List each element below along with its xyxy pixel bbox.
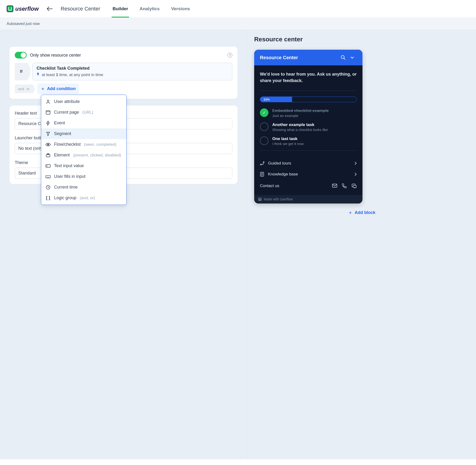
add-block-label: Add block bbox=[355, 210, 375, 215]
phone-icon[interactable] bbox=[342, 183, 347, 188]
task-circle-icon bbox=[260, 122, 268, 131]
dd-event[interactable]: Event bbox=[41, 118, 126, 128]
rc-contact-row: Contact us bbox=[260, 180, 357, 189]
svg-rect-3 bbox=[46, 155, 50, 157]
andor-tag[interactable]: and or bbox=[15, 85, 33, 93]
svg-rect-5 bbox=[46, 175, 50, 178]
check-icon: ✓ bbox=[260, 108, 268, 117]
search-icon[interactable] bbox=[339, 54, 348, 61]
tabs: Builder Analytics Versions bbox=[112, 0, 191, 17]
tab-versions[interactable]: Versions bbox=[170, 0, 191, 17]
route-icon bbox=[260, 161, 265, 165]
condition-type-dropdown: User attribute Current page (URL) Event … bbox=[41, 95, 127, 205]
if-tag: If bbox=[15, 63, 28, 80]
page-title: Resource Center bbox=[61, 6, 100, 12]
divider bbox=[260, 150, 357, 151]
svg-point-8 bbox=[260, 164, 261, 165]
dd-flow-checklist[interactable]: Flow/checklist (seen, completed) bbox=[41, 139, 126, 150]
visibility-toggle[interactable] bbox=[15, 52, 27, 58]
rc-footer[interactable]: Made with Userflow bbox=[254, 195, 363, 203]
task-title: Another example task bbox=[272, 122, 328, 127]
logo-icon bbox=[7, 5, 13, 12]
brand-logo[interactable]: userflow bbox=[7, 5, 39, 12]
dd-current-time[interactable]: Current time bbox=[41, 182, 126, 192]
rc-links: Guided tours Knowledge base Contact us bbox=[260, 157, 357, 189]
userflow-mark-icon bbox=[258, 197, 262, 201]
filter-icon bbox=[45, 132, 51, 136]
builder-panel: Only show resource center ? If Checklist… bbox=[0, 30, 247, 459]
svg-rect-4 bbox=[46, 165, 50, 167]
main: Only show resource center ? If Checklist… bbox=[0, 30, 476, 459]
visibility-card: Only show resource center ? If Checklist… bbox=[10, 47, 238, 99]
element-icon bbox=[45, 153, 51, 157]
bolt-icon bbox=[36, 72, 40, 76]
progress-fill: 33% bbox=[260, 97, 292, 102]
task-title: One last task bbox=[272, 137, 304, 141]
task-circle-icon bbox=[260, 137, 268, 145]
task-row[interactable]: One last task I think we get it now bbox=[260, 137, 357, 146]
svg-point-7 bbox=[341, 56, 344, 59]
svg-point-0 bbox=[47, 100, 49, 102]
add-condition-label: Add condition bbox=[47, 86, 76, 91]
andor-row: and or ＋ Add condition User attribute Cu… bbox=[15, 84, 232, 94]
rc-body: We'd love to hear from you. Ask us anyth… bbox=[254, 65, 363, 195]
add-block-button[interactable]: ＋ Add block bbox=[254, 210, 469, 215]
rc-footer-text: Made with Userflow bbox=[264, 197, 293, 201]
task-row[interactable]: Another example task Showing what a chec… bbox=[260, 122, 357, 132]
brand-name: userflow bbox=[15, 5, 39, 12]
tab-builder[interactable]: Builder bbox=[112, 0, 129, 17]
preview-title: Resource center bbox=[254, 36, 469, 43]
progress-label: 33% bbox=[264, 98, 270, 101]
arrow-left-icon bbox=[47, 6, 53, 11]
task-subtitle: Showing what a checklist looks like bbox=[272, 128, 328, 132]
mail-icon[interactable] bbox=[332, 183, 337, 188]
rc-contact-label: Contact us bbox=[260, 183, 332, 188]
visibility-toggle-label: Only show resource center bbox=[30, 53, 224, 58]
add-condition-button[interactable]: ＋ Add condition bbox=[38, 84, 79, 94]
bolt-icon bbox=[45, 121, 51, 126]
rc-row-knowledge-base[interactable]: Knowledge base bbox=[260, 169, 357, 180]
dd-segment[interactable]: Segment bbox=[41, 128, 126, 139]
condition-row: If Checklist Task Completed at least 1 t… bbox=[15, 63, 232, 80]
user-icon bbox=[45, 99, 51, 104]
help-icon[interactable]: ? bbox=[228, 53, 232, 58]
back-button[interactable] bbox=[45, 5, 54, 13]
condition-title: Checklist Task Completed bbox=[36, 66, 228, 71]
resource-center-widget: Resource Center We'd love to hear from y… bbox=[254, 50, 363, 203]
progress-bar: 33% bbox=[260, 96, 357, 102]
visibility-toggle-row: Only show resource center ? bbox=[15, 52, 232, 58]
svg-point-9 bbox=[263, 162, 264, 163]
rc-row-label: Knowledge base bbox=[268, 172, 298, 177]
rc-headline: We'd love to hear from you. Ask us anyth… bbox=[260, 71, 357, 84]
eye-icon bbox=[45, 143, 51, 147]
document-icon bbox=[260, 172, 265, 177]
tab-analytics[interactable]: Analytics bbox=[139, 0, 160, 17]
dd-user-attribute[interactable]: User attribute bbox=[41, 96, 126, 107]
svg-rect-11 bbox=[332, 184, 337, 187]
browser-icon bbox=[45, 110, 51, 115]
chevron-down-icon[interactable] bbox=[348, 54, 357, 61]
clock-icon bbox=[45, 185, 51, 190]
rc-row-guided-tours[interactable]: Guided tours bbox=[260, 158, 357, 169]
plus-icon: ＋ bbox=[348, 210, 353, 215]
preview-panel: Resource center Resource Center We'd lov… bbox=[247, 30, 476, 459]
dd-user-fills-input[interactable]: User fills in input bbox=[41, 171, 126, 182]
dd-element[interactable]: Element (present, clicked, disabled) bbox=[41, 150, 126, 160]
chat-icon[interactable] bbox=[352, 183, 357, 188]
divider bbox=[260, 91, 357, 91]
rc-header: Resource Center bbox=[254, 50, 363, 65]
plus-icon: ＋ bbox=[41, 86, 45, 92]
brackets-icon: [ ] bbox=[45, 195, 51, 201]
dd-text-input-value[interactable]: Text input value bbox=[41, 160, 126, 171]
condition-box[interactable]: Checklist Task Completed at least 1 time… bbox=[32, 63, 232, 80]
autosave-status: Autosaved just now bbox=[0, 18, 476, 30]
dd-logic-group[interactable]: [ ] Logic group (and, or) bbox=[41, 192, 126, 203]
task-row[interactable]: ✓ Embedded checklist example Just an exa… bbox=[260, 108, 357, 118]
rc-row-label: Guided tours bbox=[268, 161, 291, 166]
chevron-right-icon bbox=[354, 161, 357, 165]
rc-header-title: Resource Center bbox=[260, 55, 339, 60]
keyboard-icon bbox=[45, 175, 51, 179]
dd-current-page[interactable]: Current page (URL) bbox=[41, 107, 126, 118]
condition-detail: at least 1 time, at any point in time bbox=[36, 72, 228, 77]
text-field-icon bbox=[45, 164, 51, 168]
